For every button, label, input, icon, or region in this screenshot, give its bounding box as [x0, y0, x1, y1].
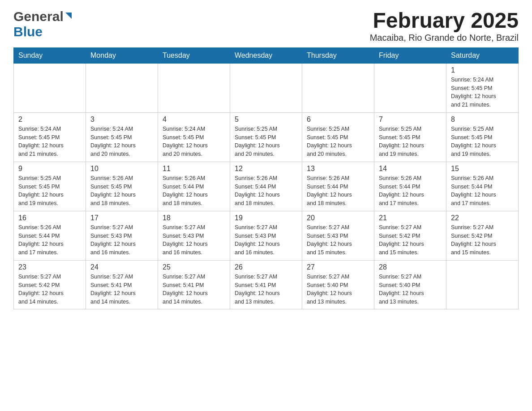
day-number: 21: [379, 214, 442, 222]
table-row: 25Sunrise: 5:27 AM Sunset: 5:41 PM Dayli…: [158, 260, 230, 309]
day-info: Sunrise: 5:27 AM Sunset: 5:40 PM Dayligh…: [307, 273, 369, 306]
day-number: 12: [235, 165, 297, 173]
day-info: Sunrise: 5:24 AM Sunset: 5:45 PM Dayligh…: [18, 125, 81, 158]
day-info: Sunrise: 5:24 AM Sunset: 5:45 PM Dayligh…: [451, 76, 514, 109]
day-info: Sunrise: 5:24 AM Sunset: 5:45 PM Dayligh…: [163, 125, 225, 158]
table-row: 19Sunrise: 5:27 AM Sunset: 5:43 PM Dayli…: [230, 211, 302, 260]
day-info: Sunrise: 5:26 AM Sunset: 5:44 PM Dayligh…: [18, 223, 81, 257]
table-row: 17Sunrise: 5:27 AM Sunset: 5:43 PM Dayli…: [86, 211, 158, 260]
day-number: 24: [90, 263, 153, 271]
day-number: 5: [235, 116, 297, 124]
table-row: 18Sunrise: 5:27 AM Sunset: 5:43 PM Dayli…: [158, 211, 230, 260]
logo-arrow-icon: [64, 11, 73, 22]
table-row: 12Sunrise: 5:26 AM Sunset: 5:44 PM Dayli…: [230, 162, 302, 211]
day-info: Sunrise: 5:27 AM Sunset: 5:43 PM Dayligh…: [163, 223, 225, 257]
day-number: 25: [163, 263, 225, 271]
table-row: 3Sunrise: 5:24 AM Sunset: 5:45 PM Daylig…: [86, 112, 158, 162]
day-info: Sunrise: 5:25 AM Sunset: 5:45 PM Dayligh…: [307, 125, 369, 158]
col-monday: Monday: [86, 47, 158, 63]
table-row: [230, 63, 302, 112]
day-number: 16: [18, 214, 81, 222]
day-info: Sunrise: 5:27 AM Sunset: 5:43 PM Dayligh…: [90, 223, 153, 257]
day-info: Sunrise: 5:27 AM Sunset: 5:42 PM Dayligh…: [379, 223, 442, 257]
calendar-subtitle: Macaiba, Rio Grande do Norte, Brazil: [370, 33, 519, 43]
day-info: Sunrise: 5:26 AM Sunset: 5:44 PM Dayligh…: [163, 174, 225, 208]
day-number: 19: [235, 214, 297, 222]
col-thursday: Thursday: [302, 47, 374, 63]
table-row: [374, 63, 446, 112]
day-number: 27: [307, 263, 369, 271]
day-number: 2: [18, 116, 81, 124]
table-row: 2Sunrise: 5:24 AM Sunset: 5:45 PM Daylig…: [14, 112, 86, 162]
table-row: 10Sunrise: 5:26 AM Sunset: 5:45 PM Dayli…: [86, 162, 158, 211]
day-info: Sunrise: 5:26 AM Sunset: 5:44 PM Dayligh…: [235, 174, 297, 208]
title-block: February 2025 Macaiba, Rio Grande do Nor…: [370, 9, 519, 43]
day-number: 17: [90, 214, 153, 222]
day-info: Sunrise: 5:27 AM Sunset: 5:40 PM Dayligh…: [379, 273, 442, 306]
calendar-week-row: 2Sunrise: 5:24 AM Sunset: 5:45 PM Daylig…: [14, 112, 519, 162]
day-number: 13: [307, 165, 369, 173]
day-number: 4: [163, 116, 225, 124]
calendar-week-row: 9Sunrise: 5:25 AM Sunset: 5:45 PM Daylig…: [14, 162, 519, 211]
table-row: 9Sunrise: 5:25 AM Sunset: 5:45 PM Daylig…: [14, 162, 86, 211]
col-tuesday: Tuesday: [158, 47, 230, 63]
table-row: [446, 260, 519, 309]
table-row: 22Sunrise: 5:27 AM Sunset: 5:42 PM Dayli…: [446, 211, 519, 260]
day-info: Sunrise: 5:24 AM Sunset: 5:45 PM Dayligh…: [90, 125, 153, 158]
col-friday: Friday: [374, 47, 446, 63]
table-row: 27Sunrise: 5:27 AM Sunset: 5:40 PM Dayli…: [302, 260, 374, 309]
calendar-header-row: Sunday Monday Tuesday Wednesday Thursday…: [14, 47, 519, 63]
calendar-week-row: 16Sunrise: 5:26 AM Sunset: 5:44 PM Dayli…: [14, 211, 519, 260]
logo: General Blue: [13, 9, 73, 39]
table-row: 24Sunrise: 5:27 AM Sunset: 5:41 PM Dayli…: [86, 260, 158, 309]
day-number: 26: [235, 263, 297, 271]
day-info: Sunrise: 5:26 AM Sunset: 5:44 PM Dayligh…: [379, 174, 442, 208]
day-number: 10: [90, 165, 153, 173]
day-info: Sunrise: 5:27 AM Sunset: 5:41 PM Dayligh…: [235, 273, 297, 306]
day-number: 8: [451, 116, 514, 124]
day-number: 28: [379, 263, 442, 271]
table-row: [302, 63, 374, 112]
day-number: 6: [307, 116, 369, 124]
day-number: 20: [307, 214, 369, 222]
day-info: Sunrise: 5:25 AM Sunset: 5:45 PM Dayligh…: [379, 125, 442, 158]
table-row: 6Sunrise: 5:25 AM Sunset: 5:45 PM Daylig…: [302, 112, 374, 162]
day-number: 3: [90, 116, 153, 124]
logo-blue-text: Blue: [13, 24, 43, 39]
day-number: 22: [451, 214, 514, 222]
col-sunday: Sunday: [14, 47, 86, 63]
col-saturday: Saturday: [446, 47, 519, 63]
table-row: 14Sunrise: 5:26 AM Sunset: 5:44 PM Dayli…: [374, 162, 446, 211]
table-row: 1Sunrise: 5:24 AM Sunset: 5:45 PM Daylig…: [446, 63, 519, 112]
calendar-week-row: 23Sunrise: 5:27 AM Sunset: 5:42 PM Dayli…: [14, 260, 519, 309]
day-info: Sunrise: 5:27 AM Sunset: 5:41 PM Dayligh…: [90, 273, 153, 306]
day-number: 23: [18, 263, 81, 271]
table-row: 28Sunrise: 5:27 AM Sunset: 5:40 PM Dayli…: [374, 260, 446, 309]
col-wednesday: Wednesday: [230, 47, 302, 63]
day-info: Sunrise: 5:26 AM Sunset: 5:44 PM Dayligh…: [451, 174, 514, 208]
calendar-title: February 2025: [370, 9, 519, 33]
table-row: 26Sunrise: 5:27 AM Sunset: 5:41 PM Dayli…: [230, 260, 302, 309]
day-info: Sunrise: 5:27 AM Sunset: 5:43 PM Dayligh…: [235, 223, 297, 257]
table-row: 16Sunrise: 5:26 AM Sunset: 5:44 PM Dayli…: [14, 211, 86, 260]
table-row: 5Sunrise: 5:25 AM Sunset: 5:45 PM Daylig…: [230, 112, 302, 162]
day-info: Sunrise: 5:25 AM Sunset: 5:45 PM Dayligh…: [235, 125, 297, 158]
day-number: 1: [451, 66, 514, 74]
svg-marker-0: [65, 13, 72, 19]
day-info: Sunrise: 5:27 AM Sunset: 5:41 PM Dayligh…: [163, 273, 225, 306]
table-row: 11Sunrise: 5:26 AM Sunset: 5:44 PM Dayli…: [158, 162, 230, 211]
day-info: Sunrise: 5:27 AM Sunset: 5:42 PM Dayligh…: [18, 273, 81, 306]
table-row: 8Sunrise: 5:25 AM Sunset: 5:45 PM Daylig…: [446, 112, 519, 162]
logo-general-text: General: [13, 9, 64, 24]
day-number: 18: [163, 214, 225, 222]
day-number: 7: [379, 116, 442, 124]
calendar-table: Sunday Monday Tuesday Wednesday Thursday…: [13, 47, 519, 309]
calendar-week-row: 1Sunrise: 5:24 AM Sunset: 5:45 PM Daylig…: [14, 63, 519, 112]
day-info: Sunrise: 5:25 AM Sunset: 5:45 PM Dayligh…: [18, 174, 81, 208]
table-row: 15Sunrise: 5:26 AM Sunset: 5:44 PM Dayli…: [446, 162, 519, 211]
day-info: Sunrise: 5:26 AM Sunset: 5:44 PM Dayligh…: [307, 174, 369, 208]
table-row: 20Sunrise: 5:27 AM Sunset: 5:43 PM Dayli…: [302, 211, 374, 260]
day-info: Sunrise: 5:26 AM Sunset: 5:45 PM Dayligh…: [90, 174, 153, 208]
table-row: 23Sunrise: 5:27 AM Sunset: 5:42 PM Dayli…: [14, 260, 86, 309]
day-number: 14: [379, 165, 442, 173]
